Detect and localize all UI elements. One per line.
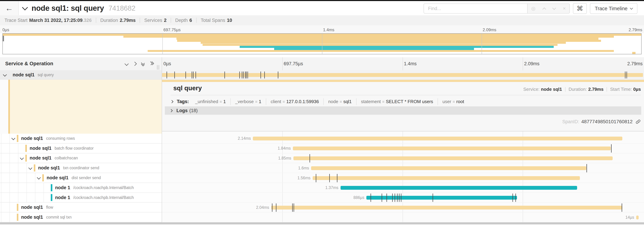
trace-view-dropdown[interactable]: Trace Timeline <box>590 3 638 14</box>
panel-divider[interactable] <box>162 57 162 222</box>
span-tree-row[interactable]: node sql1consuming rows <box>0 134 162 144</box>
axis-label: 1.4ms <box>404 61 417 67</box>
keyboard-shortcuts-button[interactable]: ⌘ <box>573 3 587 14</box>
collapse-one-icon[interactable] <box>124 62 128 66</box>
span-bar[interactable] <box>253 137 622 140</box>
log-tick <box>370 193 371 202</box>
log-tick <box>432 193 433 202</box>
span-bar[interactable] <box>293 146 611 150</box>
service-operation-header: Service & Operation <box>5 61 53 67</box>
span-tree-row[interactable]: node sql1commit sql txn <box>0 212 162 222</box>
duration-label: Duration <box>100 18 118 23</box>
span-tree-row[interactable]: node sql1sql query <box>0 70 162 80</box>
span-tree-row[interactable]: node 1/cockroach.roachpb.Internal/Batch <box>0 183 162 193</box>
find-input[interactable] <box>424 4 528 14</box>
span-operation: batch flow coordinator <box>54 146 94 151</box>
span-bar[interactable] <box>366 196 517 200</box>
minimap-span-bar <box>177 40 601 42</box>
chevron-down-icon <box>630 7 633 10</box>
indent-guide <box>35 193 35 202</box>
log-tick <box>192 72 192 78</box>
span-duration-label: 2.14ms <box>208 136 251 141</box>
log-tick <box>294 203 294 212</box>
indent-guide <box>35 183 35 192</box>
locate-icon[interactable]: ◎ <box>531 6 535 11</box>
trace-summary-bar: Trace Start March 31 2022, 17:25:09.326 … <box>0 15 644 25</box>
span-bar[interactable] <box>294 156 613 160</box>
chevron-up-icon[interactable] <box>542 7 546 11</box>
indent-guide <box>26 173 27 183</box>
trace-id-badge: 7418682 <box>108 4 136 12</box>
span-tree-row[interactable]: node sql1batch flow coordinator <box>0 144 162 153</box>
log-tick <box>611 144 612 153</box>
span-tree-row[interactable]: node sql1colbatchscan <box>0 153 162 163</box>
trace-view-label: Trace Timeline <box>595 6 628 12</box>
clear-icon[interactable]: × <box>563 6 566 11</box>
span-bar[interactable] <box>271 206 622 209</box>
expand-one-icon[interactable] <box>132 62 137 66</box>
minimap-span-bar <box>274 48 474 50</box>
separator <box>96 18 96 23</box>
chevron-down-icon[interactable] <box>22 5 28 11</box>
span-tree-row[interactable]: node sql1txn coordinator send <box>0 163 162 173</box>
minimap-span-bar <box>202 44 558 46</box>
span-bar[interactable] <box>340 186 577 190</box>
chevron-down-icon[interactable] <box>38 176 40 180</box>
log-tick <box>337 174 338 182</box>
tag-value: sql1 <box>343 99 352 104</box>
horizontal-scrollbar[interactable] <box>0 222 644 224</box>
expand-all-icon[interactable] <box>150 62 153 66</box>
collapse-all-icon[interactable] <box>142 62 144 66</box>
span-rows-area: sql query Service:node sql1 Duration:2.7… <box>0 70 644 222</box>
duration-value: 2.79ms <box>588 87 604 92</box>
span-color-strip <box>42 174 44 181</box>
chevron-right-icon <box>170 100 173 103</box>
logs-accordion[interactable]: Logs (18) <box>165 106 641 115</box>
log-tick <box>382 193 382 202</box>
axis-label: 2.09ms <box>524 61 540 67</box>
span-tree-row[interactable]: node 1/cockroach.roachpb.Internal/Batch <box>0 193 162 203</box>
span-timeline-row[interactable] <box>162 212 644 222</box>
trace-title-group[interactable]: node sql1: sql query 7418682 <box>23 1 136 15</box>
tag-key: user <box>442 99 451 104</box>
tag-value: 1 <box>223 99 226 104</box>
selected-span-bar[interactable] <box>162 80 644 82</box>
axis-label: 2.79ms <box>628 28 642 32</box>
span-bar[interactable] <box>311 166 586 170</box>
span-tree-row[interactable]: node sql1dist sender send <box>0 173 162 183</box>
axis-label: 0µs <box>2 28 9 32</box>
indent-guide <box>10 163 10 173</box>
log-tick <box>586 164 587 172</box>
chevron-down-icon[interactable] <box>4 73 6 77</box>
span-labels: node sql1flow <box>21 202 53 212</box>
log-tick <box>399 193 400 202</box>
tags-accordion[interactable]: Tags: _unfinished=1_verbose=1client=127.… <box>171 97 468 106</box>
divider <box>171 95 641 95</box>
indent-guide <box>1 173 2 183</box>
link-icon[interactable] <box>635 119 641 124</box>
span-bar[interactable] <box>636 215 639 219</box>
log-tick <box>516 193 516 202</box>
indent-guide <box>18 163 18 173</box>
span-bar[interactable] <box>162 73 643 77</box>
log-tick <box>397 193 398 202</box>
chevron-down-icon[interactable] <box>20 157 23 160</box>
log-tick <box>264 72 265 78</box>
tag-list: _unfinished=1_verbose=1client=127.0.0.1:… <box>191 98 468 105</box>
back-button[interactable]: ← <box>0 1 19 15</box>
span-operation: sql query <box>38 73 54 77</box>
chevron-down-icon[interactable] <box>552 6 556 10</box>
span-tree-row[interactable]: node sql1flow <box>0 202 162 212</box>
log-tick <box>392 193 393 202</box>
chevron-down-icon[interactable] <box>12 137 15 140</box>
panel-resize-grip[interactable] <box>157 65 159 70</box>
span-bar[interactable] <box>313 176 580 180</box>
log-tick <box>246 72 246 78</box>
log-tick <box>186 72 186 78</box>
trace-minimap[interactable] <box>2 33 642 54</box>
indent-guide <box>10 173 10 183</box>
span-labels: node sql1txn coordinator send <box>38 163 99 173</box>
span-duration-label: 1.84ms <box>248 146 291 151</box>
chevron-down-icon[interactable] <box>29 166 32 170</box>
chevron-right-icon <box>170 109 172 112</box>
